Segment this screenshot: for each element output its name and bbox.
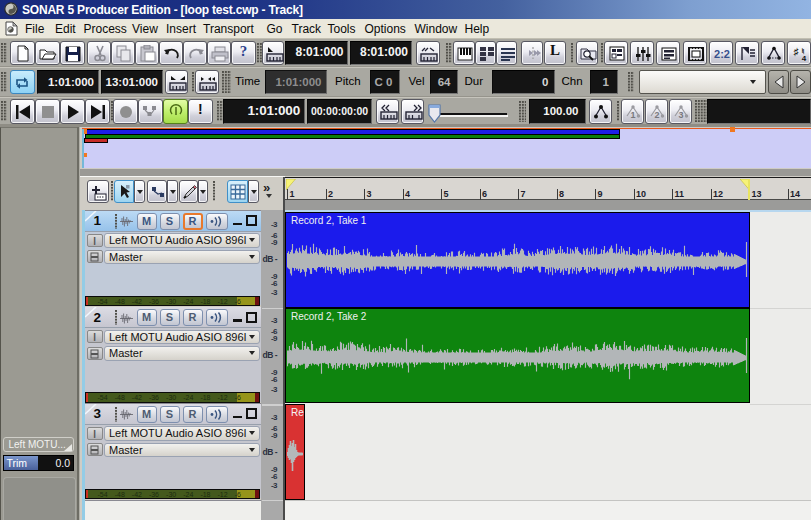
svg-text:3: 3 (678, 110, 683, 120)
svg-text:♯: ♯ (794, 46, 799, 57)
svg-text:1: 1 (630, 110, 635, 120)
svg-text:4: 4 (802, 54, 807, 62)
svg-text:2:2: 2:2 (714, 48, 730, 60)
svg-text:2: 2 (654, 110, 659, 120)
